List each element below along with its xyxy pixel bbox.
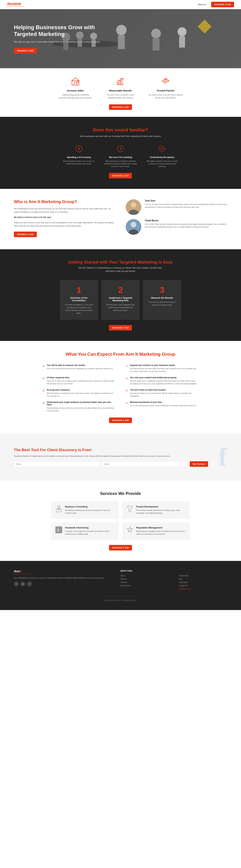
features-row: Increase Sales Implementing proven marke… xyxy=(14,77,227,104)
facebook-f-icon: f xyxy=(218,442,227,472)
tom-desc: For over 20 years Tom has been serving b… xyxy=(145,203,227,209)
service-consulting-text: Business Consulting Developing marketing… xyxy=(65,505,114,515)
service-funnel-text: Funnel Development This includes website… xyxy=(136,505,186,515)
check-icon-7: ✔ xyxy=(126,401,128,405)
logo-text: AimAimIt xyxy=(7,2,21,6)
step-number-2: 2 xyxy=(106,285,135,295)
svg-text:$: $ xyxy=(78,147,79,151)
navbar: AimAimIt MARKETING GROUP About us Schedu… xyxy=(0,0,241,9)
step-number-3: 3 xyxy=(147,285,177,295)
tom-avatar xyxy=(126,199,141,215)
footer-link-contact[interactable]: Contact Us xyxy=(179,585,227,587)
step-desc-3: This is the fun part where we get to wat… xyxy=(147,301,177,306)
familiar-card-money-desc: Most businesses waste a lot of money on … xyxy=(62,160,96,165)
team-member-chad: Chad Baron Since 2009, Chad has been hel… xyxy=(126,219,227,235)
svg-point-24 xyxy=(166,78,167,80)
expect-item-1-title: Expand and contract as your business nee… xyxy=(130,364,199,367)
expect-item-4-title: No long term contracts. xyxy=(47,389,115,391)
footer-more-heading xyxy=(179,569,227,572)
expect-item-4: ✔ No long term contracts. We don't belie… xyxy=(42,389,115,398)
footer-brand: AimIt MARKETING GROUP Aim It Marketing G… xyxy=(14,569,110,591)
footer-link-schedule[interactable]: Schedule a Call xyxy=(179,588,227,590)
feature-partner-title: Trusted Partner xyxy=(148,89,183,92)
fb-heading: The Best Tool For Client Discovery is Fr… xyxy=(14,447,208,453)
service-consulting-desc: Developing marketing and business strate… xyxy=(65,509,114,515)
service-facebook-text: Facebook Advertising Facebook is the sin… xyxy=(65,526,114,535)
svg-point-10 xyxy=(151,29,161,38)
expect-item-6: ✔ Understand your target audience (custo… xyxy=(42,401,115,412)
svg-rect-46 xyxy=(55,526,62,533)
who-para2: We believe it doesn't have to be this wa… xyxy=(14,216,115,219)
social-facebook-icon[interactable]: f xyxy=(14,582,19,586)
chad-desc: Since 2009, Chad has been helping busine… xyxy=(145,223,227,228)
fb-email-input[interactable] xyxy=(102,461,188,467)
footer-logo-sub: MARKETING GROUP xyxy=(14,573,110,575)
footer-social: f in t xyxy=(14,582,110,586)
svg-point-38 xyxy=(131,202,136,208)
svg-rect-9 xyxy=(118,35,125,49)
svg-point-40 xyxy=(131,222,136,227)
fb-name-input[interactable] xyxy=(14,461,100,467)
footer-link-projects[interactable]: Projects xyxy=(120,578,169,580)
features-cta-button[interactable]: Schedule a Call xyxy=(109,104,132,110)
service-funnel-desc: This includes website development, landi… xyxy=(136,509,186,515)
step-title-1: Schedule a Free Consultation xyxy=(64,297,94,302)
expect-item-6-title: Understand your target audience (custome… xyxy=(47,401,115,406)
hero-cta-button[interactable]: Schedule a Call xyxy=(14,48,37,54)
service-card-reputation: Reputation Management Monitoring and eng… xyxy=(122,522,190,540)
steps-cta-button[interactable]: Schedule a Call xyxy=(109,325,132,331)
expect-item-1: ✔ Expand and contract as your business n… xyxy=(126,364,199,373)
service-funnel-title: Funnel Development xyxy=(136,505,186,508)
svg-rect-11 xyxy=(152,38,160,51)
expect-cta-button[interactable]: Schedule a Call xyxy=(109,417,132,423)
nav-logo: AimAimIt MARKETING GROUP xyxy=(7,2,24,7)
step-title-3: Measure the Results xyxy=(147,297,177,299)
feature-partner-desc: You want a team you can trust is looking… xyxy=(148,93,183,99)
footer-link-blog[interactable]: Blog xyxy=(179,578,227,580)
chad-avatar xyxy=(126,219,141,235)
fb-cta-button[interactable]: Get Access xyxy=(190,461,208,467)
footer-link-development[interactable]: Development xyxy=(120,585,169,587)
services-cta-button[interactable]: Schedule a Call xyxy=(109,545,132,551)
services-grid: Business Consulting Developing marketing… xyxy=(51,501,190,540)
facebook-tool-section: The Best Tool For Client Discovery is Fr… xyxy=(0,433,241,481)
service-consulting-title: Business Consulting xyxy=(65,505,114,508)
expect-item-5: ✔ You don't have to start from scratch. … xyxy=(126,389,199,398)
expect-item-3-desc: We don't want you in a nightmare situati… xyxy=(130,380,199,385)
service-facebook-title: Facebook Advertising xyxy=(65,526,114,529)
footer-link-downloads[interactable]: Downloads xyxy=(179,581,227,583)
footer-bottom: Copyright © AimIt Inc. All Rights Reserv… xyxy=(14,596,227,601)
expect-item-2-text: 24 Hour response time. There are so many… xyxy=(47,376,115,385)
familiar-card-money-title: Spending a lot of money xyxy=(62,156,96,158)
social-twitter-icon[interactable]: t xyxy=(27,582,32,586)
feature-sales-desc: Implementing proven marketing processes … xyxy=(58,93,93,99)
footer: AimIt MARKETING GROUP Aim It Marketing G… xyxy=(0,561,241,610)
expect-item-5-text: You don't have to start from scratch. We… xyxy=(130,389,199,398)
step-number-1: 1 xyxy=(64,285,94,295)
svg-rect-19 xyxy=(117,82,118,85)
expect-item-5-desc: We meet you where you are at and work wi… xyxy=(130,392,199,398)
feature-increase-sales: Increase Sales Implementing proven marke… xyxy=(58,77,93,99)
expect-item-6-desc: Our proprietary process will help you kn… xyxy=(47,407,115,412)
social-linkedin-icon[interactable]: in xyxy=(21,582,25,586)
nav-about[interactable]: About us xyxy=(198,3,206,6)
reputation-service-icon xyxy=(127,526,133,535)
svg-rect-16 xyxy=(74,82,77,85)
expect-item-3-title: You own your content and intellectual pr… xyxy=(130,376,199,379)
svg-rect-21 xyxy=(121,79,123,85)
footer-link-services[interactable]: Services xyxy=(120,581,169,583)
who-left: Who is Aim It Marketing Group? Aim It Ma… xyxy=(14,199,115,237)
who-cta-button[interactable]: Schedule a Call xyxy=(14,231,37,237)
familiar-cards: $ Spending a lot of money Most businesse… xyxy=(14,145,227,168)
service-card-funnel: Funnel Development This includes website… xyxy=(122,501,190,519)
footer-link-about[interactable]: About xyxy=(120,575,169,577)
familiar-cta-button[interactable]: Schedule a Call xyxy=(109,173,132,179)
expect-item-0-title: You will be able to measure the results. xyxy=(47,364,113,367)
nav-cta-button[interactable]: Schedule a Call xyxy=(211,2,234,7)
service-reputation-title: Reputation Management xyxy=(136,526,186,529)
footer-link-testimonials[interactable]: Testimonials xyxy=(179,575,227,577)
chart-icon xyxy=(103,77,138,87)
who-right: Tom Dorr For over 20 years Tom has been … xyxy=(126,199,227,239)
who-heading: Who is Aim It Marketing Group? xyxy=(14,199,115,204)
fb-content: The Best Tool For Client Discovery is Fr… xyxy=(14,447,208,467)
